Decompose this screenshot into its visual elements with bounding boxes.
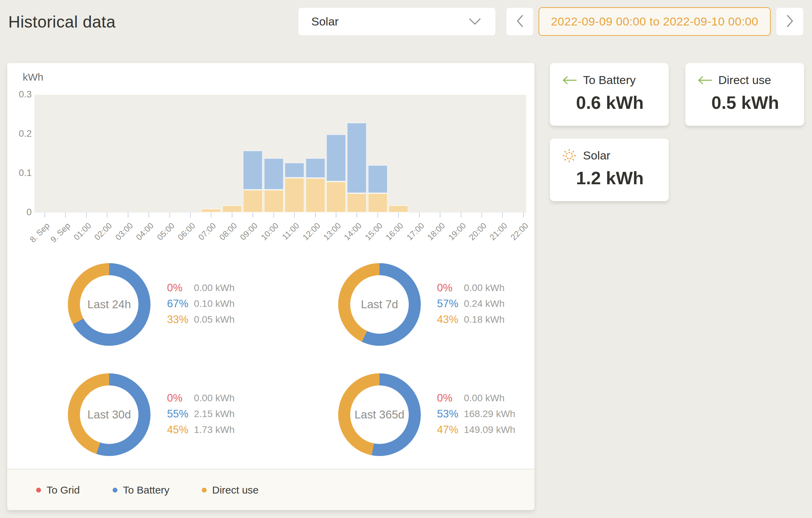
x-axis-tick	[502, 213, 503, 218]
bar-segment-direct-use	[222, 205, 242, 213]
stat-row: 57%0.24 kWh	[437, 296, 504, 312]
x-axis-tick	[252, 213, 253, 218]
y-axis-label: 0.1	[7, 168, 32, 178]
arrow-left-icon	[562, 74, 577, 86]
historical-data-page: Historical data Solar 2022-09-09 00:00 t…	[0, 0, 812, 518]
x-axis-tick	[190, 213, 191, 218]
stat-percent: 0%	[437, 282, 464, 294]
summary-card-solar: Solar 1.2 kWh	[550, 138, 669, 201]
date-range-button[interactable]: 2022-09-09 00:00 to 2022-09-10 00:00	[539, 7, 771, 36]
bar-segment-direct-use	[201, 209, 221, 213]
donut-hole: Last 30d	[80, 385, 138, 444]
legend-item-to-grid: To Grid	[36, 469, 80, 511]
stat-row: 0%0.00 kWh	[437, 390, 515, 406]
card-value: 0.6 kWh	[562, 92, 658, 113]
stat-row: 0%0.00 kWh	[167, 280, 235, 296]
bar-segment-direct-use	[264, 190, 284, 213]
legend-label: To Grid	[46, 484, 80, 496]
arrow-left-icon	[697, 74, 712, 86]
bar-segment-direct-use	[284, 178, 304, 213]
chart-card: kWh 0.30.20.10 8. Sep9. Sep01:0002:0003:…	[7, 63, 534, 510]
bar-segment-to-battery	[347, 123, 367, 193]
stat-row: 53%168.29 kWh	[437, 406, 515, 422]
bar-segment-to-battery	[284, 163, 304, 178]
x-axis-tick	[211, 213, 211, 218]
donut-stats: 0%0.00 kWh55%2.15 kWh45%1.73 kWh	[167, 390, 235, 438]
stat-percent: 55%	[167, 408, 194, 420]
stat-row: 67%0.10 kWh	[167, 296, 235, 312]
bar-segment-direct-use	[347, 193, 367, 213]
stat-percent: 0%	[167, 392, 194, 404]
stat-row: 55%2.15 kWh	[167, 406, 235, 422]
bar-segment-to-battery	[264, 158, 284, 190]
donut-chart-last-365d: Last 365d	[338, 373, 421, 456]
bar-segment-to-battery	[305, 158, 325, 178]
x-axis-tick	[44, 213, 45, 218]
x-axis-tick	[419, 213, 420, 218]
x-axis-tick	[336, 213, 336, 218]
stat-value: 0.05 kWh	[194, 314, 235, 325]
chart-unit-label: kWh	[23, 71, 43, 83]
donut-chart-last-7d: Last 7d	[338, 263, 421, 346]
chart-legend-footer: To GridTo BatteryDirect use	[7, 469, 534, 510]
legend-dot	[202, 488, 207, 493]
stat-percent: 57%	[437, 298, 464, 310]
bar-segment-direct-use	[368, 193, 388, 213]
y-axis-label: 0	[7, 207, 32, 218]
x-axis-tick	[86, 213, 87, 218]
bar-segment-to-battery	[243, 151, 263, 190]
stat-value: 0.00 kWh	[464, 393, 504, 404]
bar-segment-to-battery	[368, 165, 388, 193]
donut-stats: 0%0.00 kWh57%0.24 kWh43%0.18 kWh	[437, 280, 504, 328]
bar-segment-direct-use	[305, 178, 325, 213]
bar-segment-to-battery	[326, 134, 346, 182]
x-axis-tick	[128, 213, 128, 218]
stat-percent: 33%	[167, 313, 194, 326]
chevron-down-icon	[467, 15, 482, 28]
y-axis-label: 0.2	[7, 128, 32, 139]
chevron-left-icon	[517, 15, 523, 29]
stat-value: 1.73 kWh	[194, 424, 235, 435]
bar-segment-direct-use	[243, 190, 263, 213]
donut-stats: 0%0.00 kWh67%0.10 kWh33%0.05 kWh	[167, 280, 235, 328]
donut-hole: Last 24h	[80, 275, 138, 334]
donut-label: Last 24h	[87, 298, 131, 311]
x-axis-tick	[356, 213, 357, 218]
x-axis-tick	[232, 213, 232, 218]
x-axis-tick	[481, 213, 482, 218]
metric-select[interactable]: Solar	[298, 7, 496, 36]
stat-row: 43%0.18 kWh	[437, 312, 504, 328]
stat-row: 0%0.00 kWh	[437, 280, 504, 296]
stat-percent: 45%	[167, 424, 194, 436]
stat-value: 0.10 kWh	[194, 298, 235, 309]
stat-row: 45%1.73 kWh	[167, 422, 235, 438]
chart-plot: 8. Sep9. Sep01:0002:0003:0004:0005:0006:…	[34, 95, 526, 213]
stat-value: 149.09 kWh	[464, 424, 515, 435]
x-axis-tick	[148, 213, 149, 218]
prev-range-button[interactable]	[506, 7, 534, 36]
x-axis-tick	[398, 213, 399, 218]
chevron-right-icon	[787, 15, 793, 29]
stat-row: 33%0.05 kWh	[167, 312, 235, 328]
donut-chart-last-24h: Last 24h	[68, 263, 150, 346]
x-axis-tick	[65, 213, 66, 218]
date-range-text: 2022-09-09 00:00 to 2022-09-10 00:00	[551, 15, 758, 28]
card-value: 1.2 kWh	[562, 168, 658, 188]
donut-label: Last 365d	[355, 408, 405, 421]
stat-percent: 43%	[437, 313, 464, 326]
sun-icon	[562, 149, 577, 162]
stat-percent: 0%	[167, 282, 194, 294]
summary-card-direct-use: Direct use 0.5 kWh	[685, 63, 804, 126]
stat-row: 47%149.09 kWh	[437, 422, 515, 438]
stat-row: 0%0.00 kWh	[167, 390, 235, 406]
legend-item-to-battery: To Battery	[113, 469, 169, 511]
card-label: Solar	[583, 149, 610, 162]
next-range-button[interactable]	[776, 7, 804, 36]
donut-stats: 0%0.00 kWh53%168.29 kWh47%149.09 kWh	[437, 390, 515, 438]
stat-percent: 0%	[437, 392, 464, 404]
stat-value: 0.00 kWh	[464, 282, 504, 293]
legend-dot	[113, 488, 117, 493]
stat-percent: 67%	[167, 298, 194, 310]
stat-value: 168.29 kWh	[464, 408, 515, 419]
stat-value: 0.18 kWh	[464, 314, 504, 325]
